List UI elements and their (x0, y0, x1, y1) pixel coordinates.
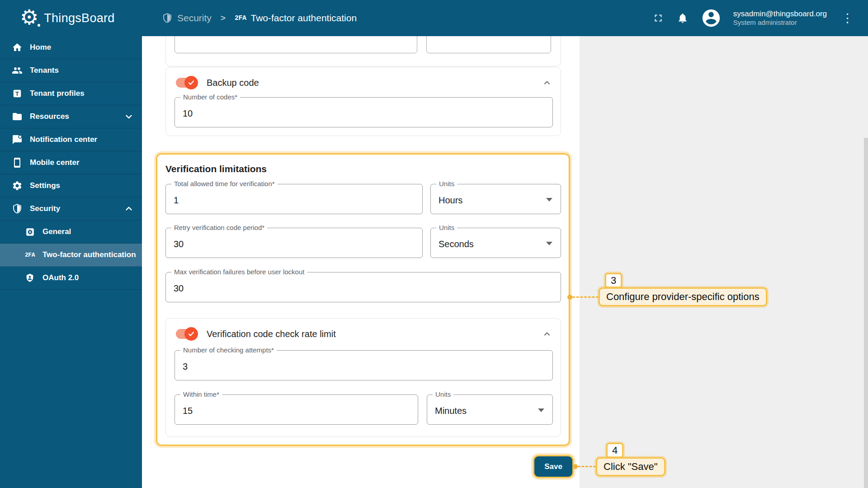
number-of-codes-field[interactable]: Number of codes* 10 (175, 97, 553, 127)
sidebar-item-security[interactable]: Security (0, 197, 142, 221)
within-time-units-select[interactable]: Units Minutes (427, 394, 553, 425)
user-avatar[interactable] (701, 8, 722, 28)
notifications-bell-icon[interactable] (676, 12, 689, 24)
top-header: ⚙ ThingsBoard Security > 2FA Two-factor … (0, 0, 868, 36)
field-value: 15 (183, 406, 193, 416)
general-settings-icon (24, 226, 35, 237)
save-button[interactable]: Save (534, 456, 572, 477)
collapse-chevron-icon[interactable] (542, 328, 552, 339)
sidebar-item-two-factor-authentication[interactable]: 2FA Two-factor authentication (0, 244, 142, 267)
field-label: Units (436, 224, 457, 231)
toggle-check-icon (184, 76, 198, 89)
callout-3-dot (567, 295, 572, 300)
max-failures-field[interactable]: Max verification failures before user lo… (165, 272, 561, 302)
callout-4-number: 4 (606, 443, 623, 458)
main-content: Backup code Number of codes* 10 Verifica… (142, 36, 868, 488)
partial-input-right[interactable] (426, 36, 551, 53)
selected-value: Hours (439, 195, 462, 206)
backup-code-card: Backup code Number of codes* 10 (165, 67, 561, 136)
sidebar-item-oauth[interactable]: OAuth 2.0 (0, 267, 142, 290)
user-email: sysadmin@thingsboard.org (733, 9, 827, 19)
callout-3-connector (572, 296, 599, 298)
field-label: Units (433, 390, 453, 398)
selected-value: Seconds (439, 239, 474, 249)
sidebar-item-home[interactable]: Home (0, 36, 142, 59)
callout-4-label: Click "Save" (596, 457, 665, 476)
rate-limit-title: Verification code check rate limit (207, 329, 532, 339)
field-label: Total allowed time for verification* (171, 180, 278, 188)
chevron-down-icon (124, 112, 134, 122)
field-value: 30 (174, 239, 184, 249)
callout-3-number: 3 (605, 273, 622, 288)
total-time-units-select[interactable]: Units Hours (430, 184, 561, 214)
collapse-chevron-icon[interactable] (542, 77, 552, 88)
field-label: Number of checking attempts* (180, 346, 277, 354)
rate-limit-toggle[interactable] (176, 329, 197, 339)
sidebar-item-tenants[interactable]: Tenants (0, 59, 142, 82)
fullscreen-icon[interactable] (652, 12, 665, 24)
breadcrumb-current: 2FA Two-factor authentication (235, 13, 357, 23)
mobile-center-icon (12, 157, 23, 168)
callout-4-connector (578, 466, 596, 467)
field-value: 3 (183, 361, 188, 372)
user-role: System administrator (733, 19, 827, 27)
sidebar-item-notification-center[interactable]: Notification center (0, 128, 142, 151)
toggle-check-icon (184, 327, 198, 341)
breadcrumb-separator: > (221, 13, 226, 23)
oauth-shield-person-icon (24, 272, 35, 283)
shield-icon (162, 13, 173, 23)
retry-period-field[interactable]: Retry verification code period* 30 (165, 228, 423, 258)
callout-4-dot (573, 464, 578, 469)
breadcrumb-parent[interactable]: Security (162, 13, 212, 23)
total-time-field[interactable]: Total allowed time for verification* 1 (165, 184, 423, 214)
home-icon (12, 42, 23, 53)
field-value: 30 (174, 283, 184, 294)
breadcrumb-parent-label: Security (177, 13, 212, 23)
partial-input-left[interactable] (175, 36, 417, 53)
thingsboard-logo-icon: ⚙ (20, 7, 38, 28)
settings-gear-icon (12, 180, 23, 191)
field-label: Max verification failures before user lo… (171, 268, 307, 276)
breadcrumb-current-label: Two-factor authentication (250, 13, 357, 23)
field-value: 1 (174, 195, 179, 206)
field-label: Retry verification code period* (171, 224, 267, 231)
folder-icon (12, 111, 23, 122)
sidebar-item-security-general[interactable]: General (0, 221, 142, 244)
tenants-icon (12, 65, 23, 76)
dropdown-arrow-icon (538, 408, 544, 412)
field-label: Number of codes* (180, 93, 240, 101)
sidebar-item-tenant-profiles[interactable]: T Tenant profiles (0, 82, 142, 105)
app-title: ThingsBoard (44, 11, 114, 25)
tenant-profiles-icon: T (12, 88, 23, 99)
more-vert-icon[interactable]: ⋮ (839, 11, 856, 25)
security-shield-icon (12, 203, 23, 214)
breadcrumb: Security > 2FA Two-factor authentication (162, 13, 652, 23)
2fa-icon: 2FA (24, 249, 35, 260)
callout-3-label: Configure provider-specific options (599, 287, 767, 306)
svg-text:T: T (15, 90, 19, 97)
sidebar-nav: Home Tenants T Tenant profiles Resources (0, 36, 142, 488)
app-logo[interactable]: ⚙ ThingsBoard (0, 8, 142, 28)
within-time-field[interactable]: Within time* 15 (175, 394, 418, 425)
selected-value: Minutes (435, 406, 467, 416)
retry-period-units-select[interactable]: Units Seconds (430, 228, 561, 258)
verification-limitations-title: Verification limitations (165, 164, 267, 174)
field-value: 10 (183, 108, 193, 119)
notification-center-icon (12, 134, 23, 145)
sidebar-item-resources[interactable]: Resources (0, 105, 142, 128)
chevron-up-icon (124, 204, 134, 214)
backup-code-title: Backup code (207, 78, 532, 88)
checking-attempts-field[interactable]: Number of checking attempts* 3 (175, 350, 553, 380)
sidebar-item-settings[interactable]: Settings (0, 174, 142, 197)
field-label: Units (436, 180, 457, 188)
header-actions: sysadmin@thingsboard.org System administ… (652, 8, 868, 28)
vertical-scrollbar[interactable] (864, 138, 868, 488)
dropdown-arrow-icon (546, 242, 552, 245)
rate-limit-card: Verification code check rate limit Numbe… (165, 318, 561, 437)
user-info[interactable]: sysadmin@thingsboard.org System administ… (733, 9, 827, 27)
dropdown-arrow-icon (546, 198, 552, 202)
2fa-icon: 2FA (235, 14, 246, 22)
field-label: Within time* (180, 390, 222, 398)
sidebar-item-mobile-center[interactable]: Mobile center (0, 151, 142, 174)
backup-code-toggle[interactable] (176, 78, 197, 88)
